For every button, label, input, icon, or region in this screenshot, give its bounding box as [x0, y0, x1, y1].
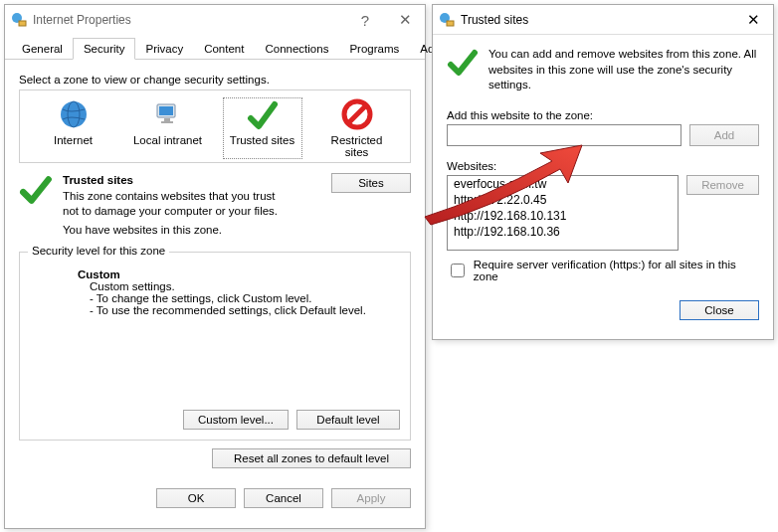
svg-rect-11	[447, 21, 454, 26]
ie-options-icon	[11, 12, 27, 28]
tab-strip: General Security Privacy Content Connect…	[5, 35, 425, 60]
zone-trusted-sites[interactable]: Trusted sites	[224, 98, 301, 158]
zone-local-intranet[interactable]: Local intranet	[129, 98, 207, 158]
tab-programs[interactable]: Programs	[338, 38, 410, 60]
custom-sub: Custom settings.	[78, 280, 398, 292]
dialog-title: Trusted sites	[461, 13, 733, 27]
svg-rect-1	[19, 21, 26, 26]
dialog-titlebar: Trusted sites ✕	[433, 5, 773, 35]
custom-title: Custom	[78, 268, 398, 280]
svg-point-2	[61, 101, 87, 127]
titlebar: Internet Properties ? ✕	[5, 5, 425, 35]
help-button[interactable]: ?	[345, 8, 385, 32]
custom-line1: - To change the settings, click Custom l…	[78, 292, 398, 304]
list-item[interactable]: http://172.22.0.45	[448, 192, 678, 208]
internet-properties-window: Internet Properties ? ✕ General Security…	[4, 4, 426, 529]
zone-prompt: Select a zone to view or change security…	[19, 74, 411, 86]
ie-options-icon	[439, 12, 455, 28]
cancel-button[interactable]: Cancel	[244, 488, 323, 508]
svg-rect-7	[161, 121, 173, 123]
apply-button[interactable]: Apply	[331, 488, 411, 508]
zone-restricted-sites[interactable]: Restricted sites	[318, 98, 396, 158]
list-item[interactable]: http://192.168.10.131	[448, 208, 678, 224]
checkmark-icon	[447, 47, 479, 79]
remove-button[interactable]: Remove	[686, 175, 759, 195]
add-button[interactable]: Add	[689, 124, 759, 146]
zone-selector: Internet Local intranet Trusted sites Re…	[19, 89, 411, 163]
custom-line2: - To use the recommended settings, click…	[78, 304, 398, 316]
tab-privacy[interactable]: Privacy	[134, 38, 194, 60]
dialog-info: You can add and remove websites from thi…	[488, 47, 759, 93]
zone-desc-1: This zone contains websites that you tru…	[63, 189, 282, 220]
custom-level-button[interactable]: Custom level...	[183, 410, 289, 430]
list-item[interactable]: http://192.168.10.36	[448, 224, 678, 240]
websites-label: Websites:	[447, 160, 759, 172]
svg-rect-5	[159, 106, 173, 115]
zone-desc-2: You have websites in this zone.	[63, 223, 321, 239]
close-dialog-button[interactable]: Close	[680, 300, 759, 320]
checkmark-icon	[19, 173, 53, 207]
reset-all-zones-button[interactable]: Reset all zones to default level	[212, 448, 411, 468]
require-https-input[interactable]	[451, 264, 465, 277]
zone-heading: Trusted sites	[63, 173, 321, 189]
dialog-close-button[interactable]: ✕	[733, 8, 773, 32]
list-item[interactable]: everfocus.com.tw	[448, 176, 678, 192]
window-title: Internet Properties	[33, 13, 345, 27]
add-website-input[interactable]	[447, 124, 681, 146]
sites-button[interactable]: Sites	[331, 173, 411, 193]
require-https-checkbox[interactable]: Require server verification (https:) for…	[447, 259, 759, 282]
ok-button[interactable]: OK	[156, 488, 236, 508]
svg-line-9	[348, 105, 366, 123]
close-button[interactable]: ✕	[385, 8, 425, 32]
tab-content[interactable]: Content	[193, 38, 255, 60]
tab-security[interactable]: Security	[73, 38, 136, 60]
websites-listbox[interactable]: everfocus.com.tw http://172.22.0.45 http…	[447, 175, 679, 251]
tab-connections[interactable]: Connections	[254, 38, 339, 60]
tab-general[interactable]: General	[11, 38, 74, 60]
trusted-sites-dialog: Trusted sites ✕ You can add and remove w…	[432, 4, 774, 340]
security-level-group: Security level for this zone Custom Cust…	[19, 252, 411, 441]
default-level-button[interactable]: Default level	[296, 410, 400, 430]
add-website-label: Add this website to the zone:	[447, 109, 759, 121]
svg-rect-6	[164, 118, 170, 121]
zone-internet[interactable]: Internet	[35, 98, 112, 158]
